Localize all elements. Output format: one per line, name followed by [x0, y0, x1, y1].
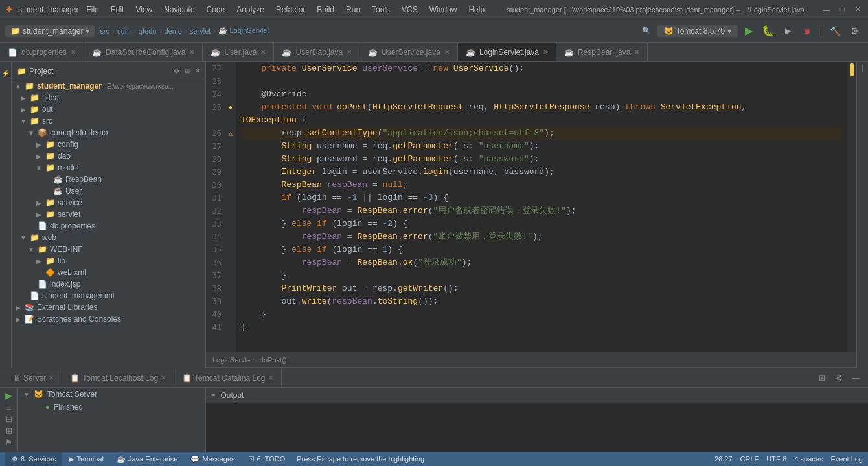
- panel-tab-localhost-log[interactable]: 📋 Tomcat Localhost Log ✕: [62, 368, 174, 387]
- tree-item-respbean[interactable]: ☕ RespBean: [12, 173, 205, 185]
- output-scroll-icon[interactable]: ≡: [211, 392, 215, 399]
- run-button[interactable]: ▶: [740, 23, 757, 39]
- tree-item-lib[interactable]: ▶ 📁 lib: [12, 255, 205, 267]
- menu-help[interactable]: Help: [463, 4, 490, 16]
- tree-item-src[interactable]: ▼ 📁 src: [12, 115, 205, 127]
- settings-icon[interactable]: ⚙: [174, 67, 179, 74]
- tab-userdao[interactable]: ☕ UserDao.java ✕: [274, 43, 360, 61]
- tree-item-db-properties[interactable]: 📄 db.properties: [12, 220, 205, 232]
- status-tab-terminal[interactable]: ▶ Terminal: [62, 452, 110, 466]
- settings-icon[interactable]: ⚙: [832, 371, 846, 385]
- tab-close-icon[interactable]: ✕: [634, 49, 639, 56]
- tree-item-idea[interactable]: ▶ 📁 .idea: [12, 92, 205, 104]
- left-strip-item[interactable]: ⚡: [2, 70, 9, 78]
- menu-run[interactable]: Run: [341, 4, 365, 16]
- build-button[interactable]: 🔨: [827, 23, 843, 39]
- tab-userservice[interactable]: ☕ UserService.java ✕: [360, 43, 458, 61]
- collapse-all-button[interactable]: ⊟: [6, 415, 12, 424]
- tomcat-run-config[interactable]: 🐱 Tomcat 8.5.70 ▾: [657, 25, 738, 37]
- menu-window[interactable]: Window: [424, 4, 463, 16]
- status-tab-todo[interactable]: ☑ 6: TODO: [242, 452, 292, 466]
- tree-item-dao[interactable]: ▶ 📁 dao: [12, 150, 205, 162]
- indent-setting[interactable]: 4 spaces: [794, 455, 823, 463]
- tree-item-webxml[interactable]: 🔶 web.xml: [12, 267, 205, 278]
- tab-close-icon[interactable]: ✕: [444, 49, 450, 56]
- tree-item-out[interactable]: ▶ 📁 out: [12, 104, 205, 115]
- debug-button[interactable]: 🐛: [760, 23, 777, 39]
- menu-view[interactable]: View: [130, 4, 157, 16]
- menu-tools[interactable]: Tools: [367, 4, 395, 16]
- panel-tab-close-icon[interactable]: ✕: [268, 374, 273, 381]
- tree-item-student-manager[interactable]: ▼ 📁 student_manager E:\workspace\worksp.…: [12, 80, 205, 92]
- tab-close-icon[interactable]: ✕: [347, 49, 352, 56]
- tab-loginservlet[interactable]: ☕ LoginServlet.java ✕: [458, 43, 556, 61]
- tree-item-model[interactable]: ▼ 📁 model: [12, 162, 205, 173]
- code-editor[interactable]: 22 23 24 25 ●: [206, 62, 856, 352]
- breadcrumb-loginservlet[interactable]: LoginServlet: [212, 356, 252, 364]
- tab-close-icon[interactable]: ✕: [260, 49, 266, 56]
- tree-item-external-libraries[interactable]: ▶ 📚 External Libraries: [12, 302, 205, 313]
- menu-edit[interactable]: Edit: [106, 4, 130, 16]
- menu-refactor[interactable]: Refactor: [271, 4, 310, 16]
- tree-item-scratches[interactable]: ▶ 📝 Scratches and Consoles: [12, 313, 205, 325]
- tree-item-servlet[interactable]: ▶ 📁 servlet: [12, 208, 205, 220]
- status-tab-messages[interactable]: 💬 Messages: [184, 452, 241, 466]
- menu-analyze[interactable]: Analyze: [231, 4, 269, 16]
- tree-item-web[interactable]: ▼ 📁 web: [12, 232, 205, 243]
- panel-tab-close-icon[interactable]: ✕: [49, 374, 54, 381]
- filter-button[interactable]: ⚑: [5, 438, 12, 447]
- tree-item-iml[interactable]: 📄 student_manager.iml: [12, 290, 205, 302]
- menu-build[interactable]: Build: [312, 4, 339, 16]
- tab-close-icon[interactable]: ✕: [543, 49, 548, 56]
- tab-respbean[interactable]: ☕ RespBean.java ✕: [556, 43, 648, 61]
- breadcrumb-file[interactable]: ☕ LoginServlet: [218, 27, 269, 35]
- project-selector[interactable]: 📁 student_manager ▾: [5, 25, 95, 37]
- group-button[interactable]: ⊞: [6, 427, 12, 436]
- tree-item-webinf[interactable]: ▼ 📁 WEB-INF: [12, 243, 205, 255]
- breadcrumb-servlet[interactable]: servlet: [190, 27, 211, 35]
- event-log[interactable]: Event Log: [830, 455, 863, 463]
- line-ending[interactable]: CRLF: [740, 455, 759, 463]
- breadcrumb-qfedu[interactable]: qfedu: [139, 27, 157, 35]
- status-tab-services[interactable]: ⚙ 8: Services: [5, 452, 62, 466]
- menu-vcs[interactable]: VCS: [396, 4, 423, 16]
- minimize-button[interactable]: —: [821, 5, 832, 15]
- close-icon[interactable]: ✕: [195, 67, 200, 74]
- tab-datasourceconfig[interactable]: ☕ DataSourceConfig.java ✕: [84, 43, 203, 61]
- tree-item-config[interactable]: ▶ 📁 config: [12, 139, 205, 150]
- menu-navigate[interactable]: Navigate: [159, 4, 200, 16]
- tab-close-icon[interactable]: ✕: [71, 49, 76, 56]
- menu-code[interactable]: Code: [201, 4, 231, 16]
- tab-user[interactable]: ☕ User.java ✕: [203, 43, 274, 61]
- services-tree-item-finished[interactable]: ● Finished: [18, 401, 205, 414]
- panel-tab-catalina-log[interactable]: 📋 Tomcat Catalina Log ✕: [174, 368, 281, 387]
- panel-tab-close-icon[interactable]: ✕: [161, 374, 166, 381]
- search-everywhere-button[interactable]: 🔍: [638, 23, 655, 39]
- run-with-coverage-button[interactable]: ▶̈: [779, 23, 796, 39]
- layout-icon[interactable]: ⊞: [185, 67, 190, 74]
- menu-file[interactable]: File: [81, 4, 104, 16]
- close-panel-icon[interactable]: —: [849, 371, 863, 385]
- code-content[interactable]: private UserService userService = new Us…: [236, 62, 847, 352]
- tree-item-indexjsp[interactable]: 📄 index.jsp: [12, 278, 205, 290]
- breadcrumb-src[interactable]: src: [100, 27, 109, 35]
- tab-db-properties[interactable]: 📄 db.properties ✕: [0, 43, 84, 61]
- breadcrumb-com[interactable]: com: [117, 27, 131, 35]
- panel-tab-server[interactable]: 🖥 Server ✕: [5, 368, 62, 387]
- stop-button[interactable]: ■: [799, 23, 816, 39]
- maximize-button[interactable]: □: [837, 5, 847, 15]
- cursor-position[interactable]: 26:27: [714, 455, 733, 463]
- close-button[interactable]: ✕: [852, 5, 863, 15]
- breadcrumb-demo[interactable]: demo: [164, 27, 182, 35]
- settings-button[interactable]: ⚙: [846, 23, 863, 39]
- tree-item-user[interactable]: ☕ User: [12, 185, 205, 197]
- breadcrumb-dopost[interactable]: doPost(): [260, 356, 287, 364]
- encoding[interactable]: UTF-8: [766, 455, 786, 463]
- services-tree-item-tomcat[interactable]: ▼ 🐱 Tomcat Server: [18, 388, 205, 401]
- tab-close-icon[interactable]: ✕: [189, 49, 194, 56]
- tree-item-service[interactable]: ▶ 📁 service: [12, 197, 205, 208]
- run-service-button[interactable]: ▶: [5, 390, 12, 401]
- stop-service-button[interactable]: ≡: [6, 403, 11, 412]
- tree-item-com-qfedu-demo[interactable]: ▼ 📦 com.qfedu.demo: [12, 127, 205, 139]
- expand-icon[interactable]: ⊞: [815, 371, 829, 385]
